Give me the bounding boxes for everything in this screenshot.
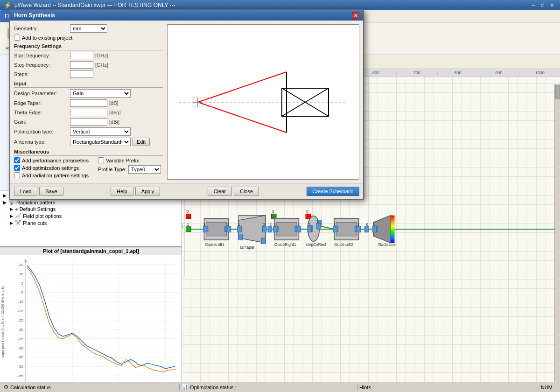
svg-text:-45: -45 xyxy=(18,355,23,359)
svg-text:1: 1 xyxy=(274,222,276,227)
profile-type-select[interactable]: Type0 Type1 Type2 xyxy=(128,165,161,174)
edge-taper-label: Edge Taper: xyxy=(14,100,70,106)
svg-text:-40: -40 xyxy=(18,346,23,350)
create-schematic-button[interactable]: Create Schematic xyxy=(307,187,359,196)
steps-input[interactable]: 11 xyxy=(70,70,93,78)
stop-freq-row: Stop frequency: 26.5 [GHz] xyxy=(14,61,163,69)
svg-text:GuideLeft1: GuideLeft1 xyxy=(205,242,224,247)
polarization-label: Polarization type: xyxy=(14,129,70,134)
edge-taper-input[interactable]: 0 xyxy=(70,99,107,107)
add-perf-label: Add performance parameters xyxy=(22,158,89,163)
apply-button[interactable]: Apply xyxy=(135,187,161,196)
svg-rect-158 xyxy=(336,222,357,236)
dialog-close-button[interactable]: ✕ xyxy=(352,12,359,19)
horn-synthesis-dialog[interactable]: Horn Synthesis ✕ Geometry: mm cm inch xyxy=(9,9,364,200)
close-button-dialog[interactable]: Close xyxy=(234,187,259,196)
tree-item-plane-cuts[interactable]: ▶ ✂️ Plane cuts xyxy=(1,219,181,226)
svg-text:-25: -25 xyxy=(18,318,23,322)
comp-guideleft1[interactable] xyxy=(204,218,229,240)
dialog-title-bar: Horn Synthesis ✕ xyxy=(10,10,363,21)
svg-rect-115 xyxy=(203,226,207,232)
svg-rect-120 xyxy=(186,214,191,219)
design-param-label: Design Parameter: xyxy=(14,91,70,96)
svg-rect-137 xyxy=(276,222,297,236)
svg-text:GuideRight1: GuideRight1 xyxy=(274,242,296,247)
scrollbar-thumb[interactable] xyxy=(555,85,560,99)
svg-text:2: 2 xyxy=(297,222,300,227)
add-radiation-row: Add radiation pattern settings xyxy=(14,172,89,178)
edit-antenna-button[interactable]: Edit xyxy=(133,138,150,146)
theta-edge-input[interactable]: 0 xyxy=(70,109,107,116)
profile-type-label: Profile Type: xyxy=(98,167,126,172)
expand-icon-settings[interactable]: ▶ xyxy=(8,206,14,212)
svg-text:1: 1 xyxy=(334,222,336,227)
start-freq-unit: [GHz] xyxy=(95,53,108,58)
steps-label: Steps: xyxy=(14,71,70,77)
add-optim-checkbox[interactable] xyxy=(14,165,20,171)
add-perf-checkbox[interactable] xyxy=(14,157,20,163)
svg-text:3: 3 xyxy=(272,209,274,214)
svg-text:copol port 1 mode (h 1 0) at f: copol port 1 mode (h 1 0) at f=22.250 GH… xyxy=(1,287,5,357)
freq-section-title: Frequency Settings xyxy=(14,43,163,50)
horn-diagram-panel xyxy=(167,24,359,180)
footer-left-buttons: Load Save xyxy=(14,187,63,196)
tree-item-radiation[interactable]: ▶ 📡 Radiation pattern xyxy=(1,199,181,206)
plot-area: Plot of [standardgainmain_copol_1.apl] xyxy=(0,246,182,382)
plot-title: Plot of [standardgainmain_copol_1.apl] xyxy=(0,247,182,255)
design-param-select[interactable]: Gain Beamwidth Dimensions xyxy=(70,89,131,98)
optim-icon: 📊 xyxy=(182,384,188,390)
comp-guideleft2[interactable] xyxy=(334,218,359,240)
add-optim-row: Add optimization settings xyxy=(14,165,89,171)
svg-text:-15: -15 xyxy=(18,300,23,304)
minimize-button[interactable]: ─ xyxy=(529,1,538,9)
svg-rect-125 xyxy=(261,238,265,244)
expand-icon-expansion[interactable]: ▶ xyxy=(2,193,7,198)
variable-prefix-row: Variable Prefix xyxy=(98,157,161,163)
dialog-footer: Load Save Help Apply Clear Close Create … xyxy=(10,183,363,199)
dialog-left-panel: Geometry: mm cm inch Add to existing pro… xyxy=(14,24,163,180)
tree-item-default-settings[interactable]: ▶ ● Default Settings xyxy=(1,206,181,212)
svg-text:2: 2 xyxy=(308,222,310,227)
vertical-scrollbar[interactable] xyxy=(554,84,560,382)
svg-text:2: 2 xyxy=(227,222,230,227)
load-button[interactable]: Load xyxy=(14,187,37,196)
svg-text:1: 1 xyxy=(317,219,319,224)
gain-label: Gain: xyxy=(14,119,70,125)
window-title: µWave Wizard -- StandardGain.xwpr --- FO… xyxy=(14,2,175,8)
ruler-tick-800: 800 xyxy=(437,70,478,75)
geometry-select[interactable]: mm cm inch xyxy=(70,24,107,33)
antenna-type-select[interactable]: RectangularStandardGainHo CircularHorn xyxy=(70,138,131,146)
start-freq-row: Start frequency: 18 [GHz] xyxy=(14,52,163,59)
tree-item-field-plot[interactable]: ▶ 📈 Field plot options xyxy=(1,212,181,219)
svg-rect-187 xyxy=(193,98,212,107)
help-button[interactable]: Help xyxy=(111,187,133,196)
svg-text:2: 2 xyxy=(263,222,266,227)
add-radiation-checkbox[interactable] xyxy=(14,172,20,178)
svg-rect-127 xyxy=(238,226,241,232)
hints-section: Hints : xyxy=(359,385,535,390)
start-freq-input[interactable]: 18 xyxy=(70,52,93,59)
comp-guideright1[interactable] xyxy=(274,218,299,240)
expand-icon-plane-cuts[interactable]: ▶ xyxy=(8,220,14,226)
ruler-tick-900: 900 xyxy=(478,70,519,75)
footer-right-buttons: Clear Close xyxy=(208,187,259,196)
close-button[interactable]: ✕ xyxy=(548,1,556,9)
svg-rect-152 xyxy=(308,226,311,232)
add-to-project-checkbox[interactable] xyxy=(14,35,20,41)
app-icon: ⚡ xyxy=(4,1,12,9)
save-button[interactable]: Save xyxy=(39,187,63,196)
clear-button[interactable]: Clear xyxy=(208,187,232,196)
stop-freq-input[interactable]: 26.5 xyxy=(70,61,93,69)
maximize-button[interactable]: □ xyxy=(539,1,547,9)
expand-icon-radiation[interactable]: ▶ xyxy=(2,200,7,205)
expand-icon-field-plot[interactable]: ▶ xyxy=(8,213,14,219)
svg-rect-164 xyxy=(357,226,360,232)
comp-r2rtaper[interactable] xyxy=(238,216,266,244)
svg-text:20: 20 xyxy=(19,263,23,267)
svg-text:-30: -30 xyxy=(18,328,23,332)
variable-prefix-checkbox[interactable] xyxy=(98,157,104,163)
variable-prefix-label: Variable Prefix xyxy=(106,158,139,163)
plot-canvas: 20 15 5 -5 -15 -20 -25 -30 -35 -40 -45 -… xyxy=(0,255,182,382)
gain-input[interactable]: 20 xyxy=(70,118,107,126)
polarization-select[interactable]: Vertical Horizontal Circular xyxy=(70,127,131,136)
